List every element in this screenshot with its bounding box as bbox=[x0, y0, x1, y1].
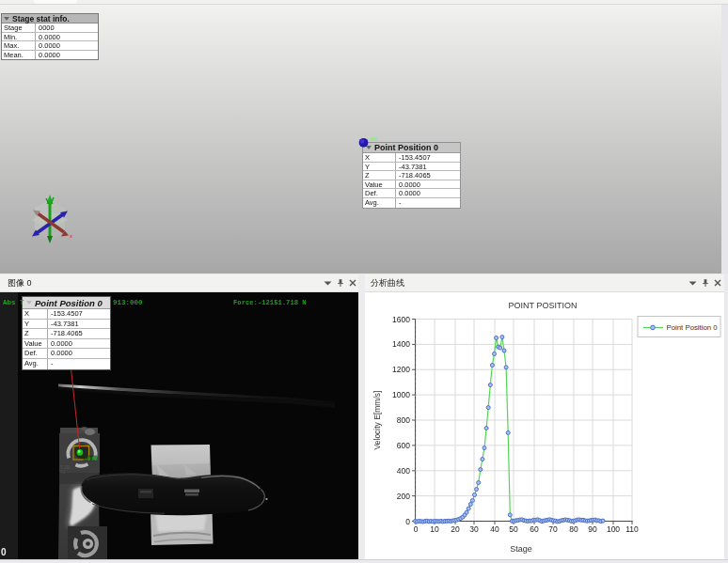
svg-text:40: 40 bbox=[490, 524, 499, 534]
svg-text:10: 10 bbox=[430, 524, 439, 534]
svg-text:20: 20 bbox=[451, 524, 460, 534]
svg-text:1600: 1600 bbox=[392, 315, 410, 324]
svg-text:100: 100 bbox=[607, 524, 620, 534]
svg-text:Stage: Stage bbox=[510, 544, 532, 554]
svg-text:60: 60 bbox=[530, 524, 539, 534]
svg-text:800: 800 bbox=[397, 415, 410, 425]
svg-text:42: 42 bbox=[60, 469, 66, 475]
svg-text:-919: -919 bbox=[85, 456, 99, 462]
svg-text:110: 110 bbox=[625, 524, 639, 534]
svg-text:1400: 1400 bbox=[392, 339, 410, 349]
svg-text:90: 90 bbox=[588, 524, 597, 534]
svg-text:200: 200 bbox=[397, 492, 410, 501]
svg-text:50: 50 bbox=[509, 524, 518, 534]
svg-text:POINT POSITION: POINT POSITION bbox=[509, 301, 578, 310]
svg-text:0: 0 bbox=[414, 524, 419, 534]
svg-text:1200: 1200 bbox=[392, 365, 410, 374]
svg-text:x: x bbox=[70, 233, 72, 239]
svg-text:1000: 1000 bbox=[392, 390, 410, 399]
svg-text:70: 70 bbox=[548, 524, 558, 534]
svg-text:400: 400 bbox=[397, 466, 410, 476]
svg-text:0: 0 bbox=[405, 517, 410, 526]
svg-text:Velocity E[mm/s]: Velocity E[mm/s] bbox=[372, 391, 382, 450]
svg-text:30: 30 bbox=[469, 524, 479, 534]
svg-text:80: 80 bbox=[569, 524, 578, 534]
svg-text:Point Position 0: Point Position 0 bbox=[667, 323, 719, 332]
svg-text:P0: P0 bbox=[371, 136, 378, 143]
svg-text:600: 600 bbox=[397, 441, 410, 450]
